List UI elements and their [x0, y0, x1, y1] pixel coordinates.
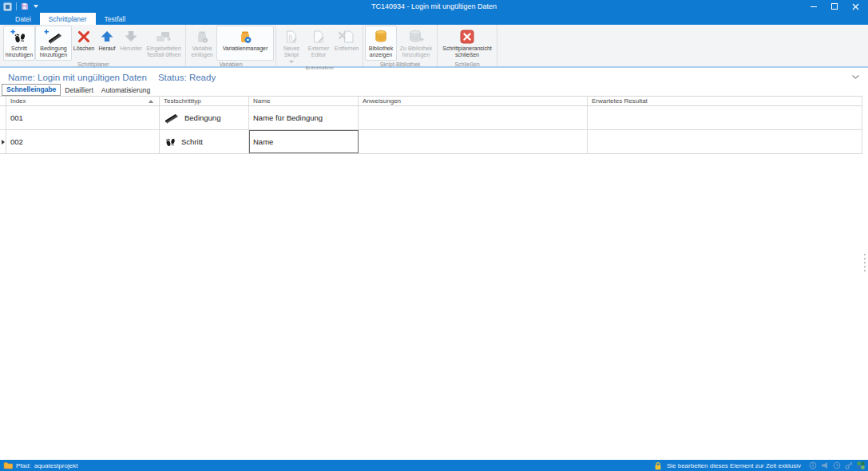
remove-script-icon	[338, 28, 355, 46]
cell-index[interactable]: 001	[6, 106, 160, 129]
move-down-button[interactable]: Herunter	[118, 26, 144, 61]
button-label: Variablenmanager	[223, 46, 268, 52]
restore-button[interactable]	[830, 2, 839, 11]
delete-button[interactable]: Löschen	[72, 26, 96, 61]
button-label: Schrittplaneransicht schließen	[441, 46, 493, 59]
info-icon[interactable]	[809, 461, 817, 469]
statusbar-path: Pfad: aquatestprojekt	[3, 461, 77, 469]
status-value: Ready	[189, 73, 216, 82]
app-grid-icon[interactable]	[857, 461, 865, 469]
button-label: Variable einfügen	[189, 46, 215, 59]
add-step-icon	[10, 28, 28, 46]
show-library-icon	[373, 28, 389, 46]
save-icon[interactable]	[21, 2, 29, 10]
app-icon[interactable]	[3, 2, 12, 11]
customize-dropdown-icon[interactable]	[34, 5, 38, 8]
new-script-dropdown-icon[interactable]	[289, 61, 294, 63]
folder-icon	[3, 461, 13, 469]
cell-anweisungen[interactable]	[359, 130, 588, 153]
tab-schrittplaner[interactable]: Schrittplaner	[40, 13, 96, 25]
lock-message: Sie bearbeiten dieses Element zur Zeit e…	[667, 462, 801, 469]
group-label: Skript-Bibliothek	[365, 61, 435, 69]
window-controls	[809, 2, 865, 11]
add-to-library-icon	[407, 28, 425, 46]
key-icon[interactable]	[845, 461, 853, 469]
titlebar: TC140934 - Login mit ungültigen Daten	[0, 0, 868, 13]
cell-erwartetes-resultat[interactable]	[588, 130, 862, 153]
tab-testfall[interactable]: Testfall	[96, 13, 134, 25]
view-subtabs: Schnelleingabe Detailliert Automatisieru…	[2, 85, 154, 96]
open-embedded-testcase-icon	[155, 28, 172, 46]
subtab-schnelleingabe[interactable]: Schnelleingabe	[2, 84, 61, 96]
statusbar-right: Sie bearbeiten dieses Element zur Zeit e…	[654, 461, 865, 470]
external-editor-icon	[311, 28, 327, 46]
chevron-down-icon	[851, 74, 860, 80]
delete-icon	[76, 28, 92, 46]
panel-splitter-handle[interactable]	[864, 254, 866, 273]
show-library-button[interactable]: Bibliothek anzeigen	[365, 26, 397, 61]
document-header: Name: Login mit ungültigen Daten Status:…	[0, 69, 868, 85]
table-row[interactable]: 001 Bedingung Name für Bedingung	[0, 106, 862, 130]
add-condition-icon	[44, 28, 63, 46]
ribbon-group-schrittplaner: Schritt hinzufügen Bedingung hinzufügen	[2, 25, 186, 66]
remove-script-button[interactable]: Entfernen	[332, 26, 361, 65]
subtab-detailliert[interactable]: Detailliert	[61, 85, 97, 96]
type-label: Schritt	[181, 137, 203, 146]
button-label: Bedingung hinzufügen	[37, 46, 70, 59]
megaphone-icon[interactable]	[821, 461, 829, 469]
add-to-library-button[interactable]: Zu Bibliothek hinzufügen	[397, 26, 435, 61]
row-indicator-cell	[0, 130, 6, 153]
ribbon: Schritt hinzufügen Bedingung hinzufügen	[0, 25, 868, 68]
condition-icon	[164, 112, 180, 125]
open-embedded-testcase-button[interactable]: Eingebetteten Testfall öffnen	[144, 26, 184, 61]
cell-name[interactable]: Name für Bedingung	[249, 106, 359, 129]
column-header-index[interactable]: Index	[6, 97, 160, 105]
row-gutter-header	[0, 97, 6, 105]
column-label: Anweisungen	[363, 97, 401, 105]
statusbar: Pfad: aquatestprojekt Sie bearbeiten die…	[0, 460, 868, 471]
column-header-erwartetes-resultat[interactable]: Erwartetes Resultat	[588, 97, 862, 105]
variable-manager-button[interactable]: Variablenmanager	[216, 26, 274, 61]
sort-ascending-icon	[149, 100, 153, 103]
variable-manager-icon	[237, 28, 253, 46]
column-header-anweisungen[interactable]: Anweisungen	[359, 97, 588, 105]
new-script-button[interactable]: {) Neues Skript	[278, 26, 305, 65]
cell-name-selected[interactable]: Name	[249, 130, 359, 153]
ribbon-group-automation: {) Neues Skript Externer Editor	[276, 25, 363, 66]
name-value: Login mit ungültigen Daten	[38, 73, 147, 82]
button-label: Schritt hinzufügen	[5, 46, 34, 59]
cell-testschritttyp[interactable]: Bedingung	[160, 106, 249, 129]
add-step-button[interactable]: Schritt hinzufügen	[3, 26, 35, 61]
ribbon-group-skript-bibliothek: Bibliothek anzeigen Zu Bibliothek hinzuf…	[363, 25, 438, 66]
cell-testschritttyp[interactable]: Schritt	[160, 130, 249, 153]
collapse-header-button[interactable]	[851, 74, 860, 80]
column-header-testschritttyp[interactable]: Testschritttyp	[160, 97, 249, 105]
add-condition-button[interactable]: Bedingung hinzufügen	[35, 26, 72, 61]
minimize-button[interactable]	[809, 2, 818, 11]
close-stepplanner-view-button[interactable]: Schrittplaneransicht schließen	[439, 26, 495, 61]
statusbar-icons	[809, 461, 865, 469]
svg-text:{): {)	[289, 34, 292, 41]
insert-variable-icon	[194, 28, 210, 46]
external-editor-button[interactable]: Externer Editor	[305, 26, 332, 65]
close-view-icon	[459, 28, 475, 46]
insert-variable-button[interactable]: Variable einfügen	[188, 26, 216, 61]
table-header-row: Index Testschritttyp Name Anweisungen Er…	[0, 96, 862, 106]
history-icon[interactable]	[833, 461, 841, 469]
cell-anweisungen[interactable]	[359, 106, 588, 129]
quick-access-toolbar	[3, 2, 38, 11]
column-label: Erwartetes Resultat	[592, 97, 648, 105]
cell-index[interactable]: 002	[6, 130, 160, 153]
button-label: Externer Editor	[307, 46, 331, 59]
table-row[interactable]: 002 Schritt Name	[0, 130, 862, 154]
subtab-automatisierung[interactable]: Automatisierung	[97, 85, 154, 96]
button-label: Eingebetteten Testfall öffnen	[145, 46, 182, 59]
row-indicator-cell	[0, 106, 6, 129]
move-up-button[interactable]: Herauf	[96, 26, 118, 61]
tab-datei[interactable]: Datei	[6, 13, 40, 25]
cell-erwartetes-resultat[interactable]	[588, 106, 862, 129]
column-label: Name	[253, 97, 270, 105]
column-header-name[interactable]: Name	[249, 97, 359, 105]
path-value: aquatestprojekt	[34, 462, 78, 469]
close-button[interactable]	[850, 2, 860, 11]
